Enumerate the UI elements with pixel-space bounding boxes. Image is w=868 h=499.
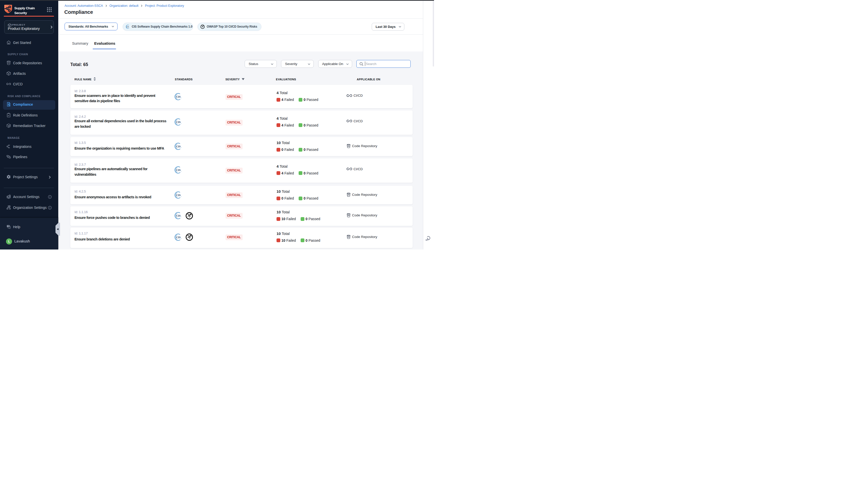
svg-text:CIS: CIS [126, 26, 129, 27]
